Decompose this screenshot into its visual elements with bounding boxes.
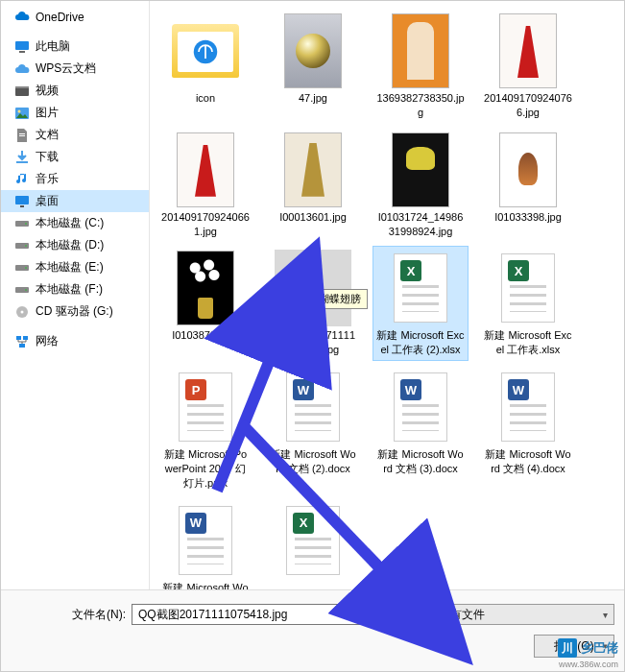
sidebar-item-disk[interactable]: 本地磁盘 (F:) bbox=[1, 278, 149, 300]
file-item[interactable]: W新建 Microsoft Word 文档 (4).docx bbox=[480, 365, 576, 494]
file-item[interactable]: 2014091709240661.jpg bbox=[157, 128, 253, 243]
file-item[interactable]: icon bbox=[157, 9, 253, 124]
file-grid: icon47.jpg1369382738350.jpg2014091709240… bbox=[157, 9, 624, 589]
file-item[interactable]: X bbox=[265, 498, 361, 589]
sidebar-item-pictures[interactable]: 图片 bbox=[1, 102, 149, 124]
sidebar-item-label: 音乐 bbox=[36, 171, 59, 187]
sidebar-item-label: 本地磁盘 (E:) bbox=[36, 259, 104, 276]
sidebar-item-this-pc[interactable]: 此电脑 bbox=[1, 36, 149, 58]
file-item[interactable]: W新建 Microsoft Word 文档 (3).docx bbox=[373, 365, 469, 494]
sidebar-item-label: 本地磁盘 (C:) bbox=[36, 215, 104, 231]
file-name-label: 新建 Microsoft Word 文档 (4).docx bbox=[484, 447, 572, 476]
disk-icon bbox=[14, 216, 30, 231]
file-thumbnail: W bbox=[490, 369, 566, 445]
sidebar-item-label: 视频 bbox=[36, 83, 59, 99]
file-item[interactable]: X新建 Microsoft Excel 工作表.xlsx bbox=[480, 246, 576, 361]
sidebar-item-music[interactable]: 音乐 bbox=[1, 168, 149, 190]
sidebar-item-disk[interactable]: 本地磁盘 (D:) bbox=[1, 234, 149, 256]
sidebar-item-label: 图片 bbox=[36, 105, 59, 121]
file-thumbnail: W bbox=[382, 369, 459, 445]
file-thumbnail: W bbox=[167, 502, 244, 579]
svg-rect-10 bbox=[20, 205, 24, 207]
sidebar-item-label: 此电脑 bbox=[36, 38, 70, 55]
sidebar-item-label: WPS云文档 bbox=[36, 60, 96, 77]
excel-icon: X bbox=[508, 260, 529, 281]
file-name-label: 2014091709240766.jpg bbox=[484, 91, 572, 120]
svg-rect-7 bbox=[19, 135, 25, 136]
excel-icon: X bbox=[293, 513, 314, 534]
music-icon bbox=[14, 172, 30, 187]
file-item[interactable]: W新建 Microsoft Word 文档 bbox=[157, 498, 253, 589]
onedrive-icon bbox=[14, 10, 30, 25]
file-thumbnail: W bbox=[275, 369, 351, 445]
file-item[interactable]: P新建 Microsoft PowerPoint 2007 幻灯片.pptx bbox=[157, 365, 253, 494]
sidebar-item-desktop[interactable]: 桌面 bbox=[1, 190, 149, 212]
file-name-label: I01031724_1498631998924.jpg bbox=[376, 210, 465, 239]
file-thumbnail bbox=[167, 12, 244, 89]
sidebar-item-video[interactable]: 视频 bbox=[1, 80, 149, 102]
file-thumbnail bbox=[490, 132, 566, 208]
file-name-label: 新建 Microsoft Word 文档 (3).docx bbox=[376, 447, 465, 476]
svg-point-12 bbox=[25, 223, 27, 225]
file-item[interactable]: X新建 Microsoft Excel 工作表 (2).xlsx bbox=[373, 246, 469, 361]
svg-rect-0 bbox=[15, 41, 29, 50]
sidebar-item-disk[interactable]: 本地磁盘 (E:) bbox=[1, 256, 149, 278]
sidebar-item-label: 本地磁盘 (F:) bbox=[36, 281, 103, 298]
disk-icon bbox=[14, 260, 30, 276]
file-thumbnail: X bbox=[382, 250, 459, 326]
file-item[interactable]: I01038706.jpg bbox=[157, 246, 253, 361]
navigation-sidebar: OneDrive此电脑WPS云文档视频图片文档下载音乐桌面本地磁盘 (C:)本地… bbox=[1, 1, 150, 589]
file-name-label: 2014091709240661.jpg bbox=[161, 210, 250, 239]
sidebar-item-label: 下载 bbox=[36, 149, 59, 165]
dialog-footer: 文件名(N): 所有文件 打开(O)▾ bbox=[1, 589, 624, 671]
sidebar-item-network[interactable]: 网络 bbox=[1, 330, 149, 352]
disk-icon bbox=[14, 282, 30, 298]
svg-point-16 bbox=[25, 267, 27, 269]
word-icon: W bbox=[508, 379, 529, 400]
file-item[interactable]: I01033398.jpg bbox=[480, 128, 576, 243]
powerpoint-icon: P bbox=[185, 379, 206, 400]
desktop-icon bbox=[14, 194, 30, 209]
sidebar-item-cd[interactable]: CD 驱动器 (G:) bbox=[1, 300, 149, 323]
video-icon bbox=[14, 84, 30, 99]
file-name-label: 新建 Microsoft Excel 工作表 (2).xlsx bbox=[376, 328, 465, 357]
network-icon bbox=[14, 334, 30, 349]
file-item[interactable]: 2014091709240766.jpg bbox=[480, 9, 576, 124]
file-name-label: I01033398.jpg bbox=[494, 210, 562, 225]
svg-point-14 bbox=[25, 245, 27, 247]
file-name-label: 新建 Microsoft PowerPoint 2007 幻灯片.pptx bbox=[161, 447, 250, 491]
excel-icon: X bbox=[400, 260, 421, 281]
word-icon: W bbox=[293, 379, 314, 400]
file-name-label: 新建 Microsoft Word 文档 bbox=[161, 581, 250, 589]
sidebar-item-disk[interactable]: 本地磁盘 (C:) bbox=[1, 212, 149, 234]
filename-label: 文件名(N): bbox=[72, 607, 126, 623]
file-name-label: I01038706.jpg bbox=[172, 328, 239, 343]
pictures-icon bbox=[14, 106, 30, 121]
file-thumbnail bbox=[167, 250, 244, 326]
sidebar-item-downloads[interactable]: 下载 bbox=[1, 146, 149, 168]
sidebar-item-label: CD 驱动器 (G:) bbox=[36, 303, 113, 320]
sidebar-item-cloud[interactable]: WPS云文档 bbox=[1, 58, 149, 80]
svg-point-20 bbox=[21, 310, 24, 313]
file-item[interactable]: 1369382738350.jpg bbox=[373, 9, 469, 124]
svg-rect-9 bbox=[15, 196, 29, 204]
file-item[interactable]: I00013601.jpg bbox=[265, 128, 361, 243]
word-icon: W bbox=[185, 513, 206, 534]
sidebar-item-label: 网络 bbox=[36, 333, 59, 349]
sidebar-item-label: 文档 bbox=[36, 127, 59, 143]
cd-icon bbox=[14, 304, 30, 320]
file-item[interactable]: I01031724_1498631998924.jpg bbox=[373, 128, 469, 243]
sidebar-item-onedrive[interactable]: OneDrive bbox=[1, 7, 149, 28]
svg-rect-3 bbox=[15, 86, 29, 88]
file-thumbnail bbox=[382, 12, 459, 89]
file-item[interactable]: 47.jpg bbox=[265, 9, 361, 124]
watermark: 川 乡巴佬 www.386w.com bbox=[558, 638, 618, 658]
file-item[interactable]: W新建 Microsoft Word 文档 (2).docx bbox=[265, 365, 361, 494]
file-filter-dropdown[interactable]: 所有文件 bbox=[432, 604, 614, 625]
sidebar-item-documents[interactable]: 文档 bbox=[1, 124, 149, 146]
filename-input[interactable] bbox=[132, 604, 426, 625]
file-thumbnail bbox=[167, 132, 244, 208]
svg-rect-8 bbox=[16, 161, 28, 163]
svg-rect-21 bbox=[16, 336, 21, 340]
file-thumbnail bbox=[382, 132, 459, 208]
